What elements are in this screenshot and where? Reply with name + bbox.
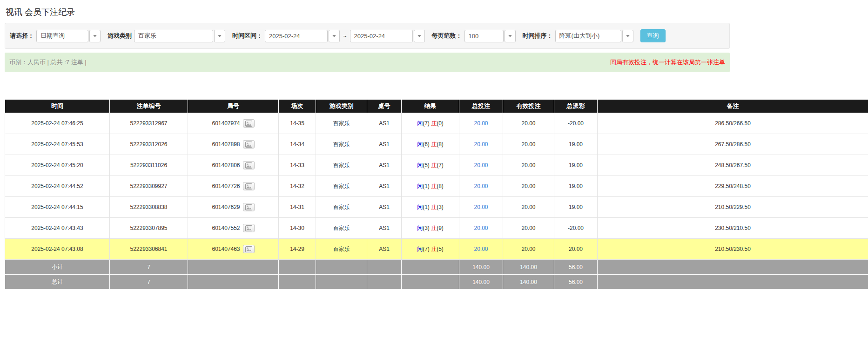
video-preview-button[interactable] (243, 245, 255, 253)
column-header: 注单编号 (110, 100, 188, 113)
cell-round-id: 601407552 (188, 218, 279, 239)
cell-game-type: 百家乐 (316, 239, 367, 260)
query-type-input[interactable] (36, 30, 88, 42)
cell-result: 闲(5) 庄(7) (402, 155, 459, 176)
column-header: 总投注 (459, 100, 503, 113)
page-size-input[interactable] (464, 30, 504, 42)
cell-bet-id: 522293312026 (110, 134, 188, 155)
bet-records-table: 时间注单编号局号场次游戏类别桌号结果总投注有效投注总派彩备注 2025-02-2… (5, 99, 868, 290)
cell-game-type: 百家乐 (316, 134, 367, 155)
cell-result: 闲(7) 庄(5) (402, 239, 459, 260)
result-player-score: (5) (423, 162, 430, 169)
cell-remark: 267.50/286.50 (598, 134, 868, 155)
cell-remark: 210.50/229.50 (598, 197, 868, 218)
cell-valid-bet: 20.00 (503, 239, 554, 260)
video-preview-button[interactable] (243, 203, 255, 211)
game-type-label: 游戏类别 (108, 32, 132, 40)
table-row: 2025-02-24 07:44:52522293309927601407726… (5, 176, 868, 197)
result-banker-score: (9) (437, 225, 444, 231)
result-player-label: 闲 (417, 183, 423, 189)
cell-result: 闲(1) 庄(3) (402, 197, 459, 218)
page-size-combobox (464, 30, 516, 42)
footer-empty-cell (188, 260, 279, 275)
cell-round-id: 601407974 (188, 113, 279, 134)
summary-row: 小计7140.00140.0056.00 (5, 260, 868, 275)
sort-order-input[interactable] (555, 30, 621, 42)
total-bet-link[interactable]: 20.00 (474, 246, 488, 252)
cell-time: 2025-02-24 07:44:15 (5, 197, 110, 218)
query-type-dropdown-button[interactable] (89, 30, 101, 42)
footer-payout: 56.00 (554, 275, 598, 290)
cell-total-bet: 20.00 (459, 176, 503, 197)
total-bet-link[interactable]: 20.00 (474, 183, 488, 189)
photo-icon (245, 142, 252, 148)
cell-remark: 210.50/230.50 (598, 239, 868, 260)
column-header: 桌号 (367, 100, 402, 113)
result-banker-score: (8) (437, 183, 444, 189)
page-title: 视讯 会员下注纪录 (6, 7, 868, 18)
video-preview-button[interactable] (243, 140, 255, 149)
cell-total-bet: 20.00 (459, 218, 503, 239)
total-bet-link[interactable]: 20.00 (474, 120, 488, 127)
result-player-score: (6) (423, 141, 430, 148)
game-type-combobox (134, 30, 225, 42)
result-banker-label: 庄 (431, 120, 437, 127)
game-type-input[interactable] (134, 30, 213, 42)
result-player-score: (1) (423, 204, 430, 210)
sort-order-dropdown-button[interactable] (622, 30, 633, 42)
cell-valid-bet: 20.00 (503, 218, 554, 239)
total-bet-link[interactable]: 20.00 (474, 162, 488, 169)
game-type-dropdown-button[interactable] (214, 30, 225, 42)
cell-total-bet: 20.00 (459, 197, 503, 218)
cell-table-no: AS1 (367, 218, 402, 239)
table-row: 2025-02-24 07:43:43522293307895601407552… (5, 218, 868, 239)
date-to-dropdown-button[interactable] (414, 30, 425, 42)
date-from-dropdown-button[interactable] (329, 30, 340, 42)
cell-remark: 229.50/248.50 (598, 176, 868, 197)
total-bet-link[interactable]: 20.00 (474, 225, 488, 231)
column-header: 时间 (5, 100, 110, 113)
chevron-down-icon (626, 35, 630, 37)
column-header: 总派彩 (554, 100, 598, 113)
photo-icon (245, 225, 252, 231)
table-row: 2025-02-24 07:43:08522293306841601407463… (5, 239, 868, 260)
column-header: 场次 (279, 100, 316, 113)
filter-bar: 请选择： 游戏类别 时间区间： ~ 每页笔数： 时间排序： 查询 (5, 23, 730, 49)
currency-total-text: 币别：人民币 | 总共 :7 注单 | (9, 58, 87, 67)
video-preview-button[interactable] (243, 182, 255, 190)
total-bet-link[interactable]: 20.00 (474, 141, 488, 148)
cell-table-no: AS1 (367, 197, 402, 218)
date-from-input[interactable] (265, 30, 328, 42)
total-bet-link[interactable]: 20.00 (474, 204, 488, 210)
cell-session: 14-30 (279, 218, 316, 239)
result-player-label: 闲 (417, 141, 423, 148)
search-button[interactable]: 查询 (640, 29, 666, 42)
date-to-input[interactable] (350, 30, 413, 42)
column-header: 局号 (188, 100, 279, 113)
cell-total-bet: 20.00 (459, 155, 503, 176)
page-size-dropdown-button[interactable] (505, 30, 516, 42)
cell-game-type: 百家乐 (316, 218, 367, 239)
video-preview-button[interactable] (243, 119, 255, 128)
round-id-group: 601407898 (212, 140, 254, 149)
cell-remark: 230.50/210.50 (598, 218, 868, 239)
photo-icon (245, 183, 252, 189)
result-banker-score: (8) (437, 141, 444, 148)
date-from-picker (265, 30, 340, 42)
video-preview-button[interactable] (243, 161, 255, 169)
cell-payout: 19.00 (554, 155, 598, 176)
cell-payout: 20.00 (554, 239, 598, 260)
round-number: 601407463 (212, 246, 240, 252)
video-preview-button[interactable] (243, 224, 255, 232)
cell-table-no: AS1 (367, 113, 402, 134)
column-header: 有效投注 (503, 100, 554, 113)
cell-result: 闲(1) 庄(8) (402, 176, 459, 197)
cell-valid-bet: 20.00 (503, 176, 554, 197)
cell-game-type: 百家乐 (316, 155, 367, 176)
chevron-down-icon (93, 35, 97, 37)
query-type-combobox (36, 30, 101, 42)
cell-session: 14-33 (279, 155, 316, 176)
cell-remark: 248.50/267.50 (598, 155, 868, 176)
sort-order-combobox (555, 30, 633, 42)
round-number: 601407726 (212, 183, 240, 189)
